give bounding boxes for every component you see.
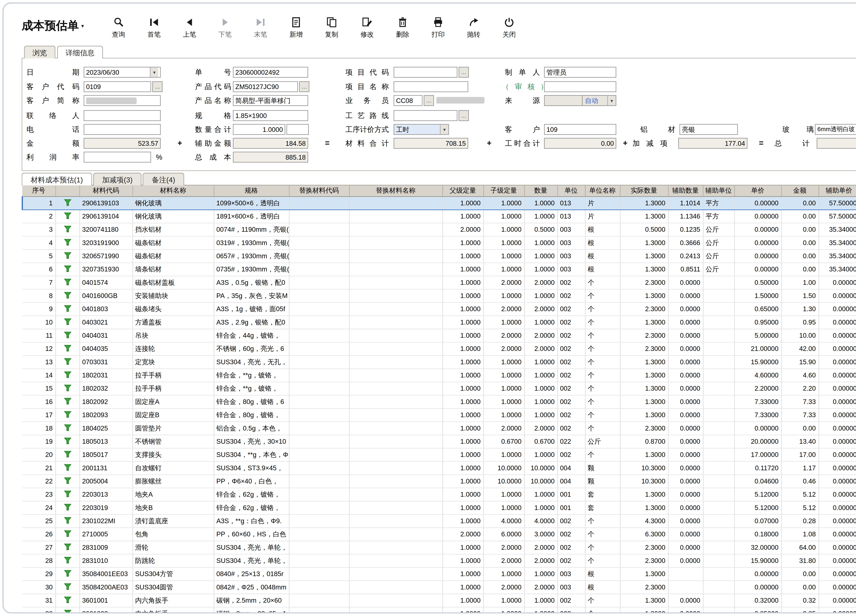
- cell: 1.3000: [620, 448, 668, 461]
- table-row[interactable]: 282831010防跳轮SUS304，亮光，单轮，1.00002.00002.0…: [22, 554, 856, 567]
- glass-field[interactable]: 6mm透明白玻，双面纳: [815, 124, 856, 135]
- table-row[interactable]: 313601001内六角扳手碳钢，2.5mm，20×601.00001.0000…: [22, 594, 856, 607]
- new-record-button[interactable]: 新增: [282, 15, 310, 39]
- column-header-5[interactable]: 替换材料代码: [289, 185, 349, 196]
- table-row[interactable]: 120404035连接轮不锈钢，60g，亮光，61.00002.00002.00…: [22, 342, 856, 355]
- qty-total-unit-field[interactable]: [286, 124, 309, 135]
- table-row[interactable]: 323601002内六角扳手碳钢，3mm，23×65，11.00001.0000…: [22, 607, 856, 614]
- column-header-17[interactable]: 辅助单价: [819, 185, 856, 196]
- table-row[interactable]: 90401803磁条堵头A3S，1g，镀铬，面05f1.00002.00002.…: [22, 302, 856, 316]
- column-header-11[interactable]: 单位名称: [585, 185, 620, 196]
- chevron-down-icon[interactable]: ▾: [81, 23, 84, 29]
- aluminum-field[interactable]: 亮银: [679, 124, 738, 135]
- table-row[interactable]: 33200741180挡水铝材0074#，1190mm，亮银(2.00001.0…: [22, 223, 856, 236]
- table-row[interactable]: 242203019地夹B锌合金，62g，镀铬，1.00001.00001.000…: [22, 501, 856, 514]
- delete-button[interactable]: 删除: [389, 15, 417, 39]
- product-code-lookup-button[interactable]: …: [299, 82, 309, 92]
- customer-field[interactable]: 109: [544, 124, 616, 135]
- column-header-14[interactable]: 辅助单位: [703, 185, 734, 196]
- column-header-3[interactable]: 材料名称: [132, 185, 214, 196]
- salesman-lookup-button[interactable]: …: [424, 95, 434, 106]
- table-row[interactable]: 12906139103钢化玻璃1099×500×6，透明白1.00001.000…: [22, 196, 856, 209]
- column-header-15[interactable]: 单价: [734, 185, 781, 196]
- column-header-10[interactable]: 单位: [557, 185, 585, 196]
- table-row[interactable]: 161802092固定座A锌合金，80g，镀铬，61.00001.00001.0…: [22, 395, 856, 408]
- customer-name-field[interactable]: [84, 95, 161, 106]
- tab-browse[interactable]: 浏览: [24, 46, 55, 59]
- column-header-6[interactable]: 替换材料名称: [349, 185, 442, 196]
- tab-adjustments[interactable]: 加减项(3): [93, 173, 142, 185]
- table-row[interactable]: 63207351930墙条铝材0735#，1930mm，亮银(1.00001.0…: [22, 263, 856, 276]
- process-route-field[interactable]: [394, 110, 457, 121]
- print-button[interactable]: 打印: [424, 15, 452, 39]
- tab-material-cost[interactable]: 材料成本预估(1): [22, 173, 92, 185]
- table-row[interactable]: 171802093固定座B锌合金，80g，镀铬，1.00001.00001.00…: [22, 408, 856, 421]
- table-row[interactable]: 110404031吊块锌合金，44g，镀铬，1.00002.00002.0000…: [22, 329, 856, 342]
- column-header-9[interactable]: 数量: [524, 185, 557, 196]
- close-button[interactable]: 关闭: [495, 15, 523, 39]
- table-row[interactable]: 181804025圆管垫片铝合金，0.5g，本色，1.00002.00002.0…: [22, 422, 856, 435]
- table-row[interactable]: 43203191900磁条铝材0319#，1930mm，亮银(1.00001.0…: [22, 236, 856, 249]
- contact-field[interactable]: [84, 110, 161, 121]
- tab-detail[interactable]: 详细信息: [57, 46, 103, 59]
- search-button[interactable]: 查询: [105, 15, 132, 39]
- salesman-field[interactable]: CC08: [394, 95, 422, 106]
- table-row[interactable]: 70401574磁条铝材盖板A3S，0.5g，银铬，配01.00002.0000…: [22, 276, 856, 289]
- order-no-field[interactable]: 230600002492: [233, 67, 308, 78]
- table-row[interactable]: 53206571990磁条铝材0657#，1930mm，亮银(1.00001.0…: [22, 249, 856, 262]
- table-row[interactable]: 252301022MI渍钉盖底座A3S，**g：白色，Φ9.1.00004.00…: [22, 514, 856, 527]
- creator-field[interactable]: 管理员: [544, 67, 616, 78]
- prev-record-button[interactable]: 上笔: [176, 15, 203, 39]
- qty-total-field[interactable]: 1.0000: [233, 124, 285, 135]
- column-header-4[interactable]: 规格: [214, 185, 289, 196]
- customer-code-field[interactable]: 0109: [84, 82, 151, 92]
- column-header-12[interactable]: 实际数量: [620, 185, 668, 196]
- column-header-13[interactable]: 辅助数量: [668, 185, 703, 196]
- table-row[interactable]: 222005004膨胀螺丝PP，Φ6×40，白色，1.000010.000010…: [22, 474, 856, 488]
- chevron-down-icon[interactable]: ▼: [607, 96, 616, 105]
- copy-button[interactable]: 复制: [318, 15, 345, 39]
- column-header-1[interactable]: [55, 185, 79, 196]
- table-row[interactable]: 80401600GB安装辅助块PA，35g，灰色，安装M1.00001.0000…: [22, 289, 856, 302]
- table-row[interactable]: 2935084001EE03SUS304方管0840#，25×13，0185r1…: [22, 567, 856, 581]
- table-row[interactable]: 232203013地夹A锌合金，62g，镀铬，1.00001.00001.000…: [22, 488, 856, 501]
- column-header-2[interactable]: 材料代码: [79, 185, 132, 196]
- cell: 0.1235: [668, 223, 703, 236]
- table-row[interactable]: 272831009滑轮SUS304，亮光，单轮，1.00002.00002.00…: [22, 541, 856, 554]
- table-row[interactable]: 201805017支撑接头SUS304，**g，本色，Φ1.00001.0000…: [22, 448, 856, 461]
- profit-rate-field[interactable]: [84, 152, 151, 163]
- phone-field[interactable]: [84, 124, 161, 135]
- project-code-lookup-button[interactable]: …: [459, 67, 469, 78]
- customer-code-lookup-button[interactable]: …: [152, 82, 162, 92]
- table-row[interactable]: 151802032拉手手柄锌合金，**g，镀铬，1.00001.00001.00…: [22, 382, 856, 395]
- source-combo[interactable]: 自动▼: [582, 95, 616, 106]
- table-row[interactable]: 130703031定宽块SUS304，亮光，无孔，1.00001.00001.0…: [22, 355, 856, 368]
- table-row[interactable]: 100403021方通盖板A3S，2.9g，银铬，配01.00001.00001…: [22, 316, 856, 329]
- process-route-lookup-button[interactable]: …: [459, 110, 469, 121]
- first-record-button[interactable]: 首笔: [140, 15, 168, 39]
- edit-button[interactable]: 修改: [353, 15, 381, 39]
- table-row[interactable]: 141802031拉手手柄锌合金，**g，镀铬，1.00001.00001.00…: [22, 368, 856, 382]
- table-row[interactable]: 262710005包角PP，60×60，HS，白色2.00006.00003.0…: [22, 527, 856, 541]
- new-record-icon: [290, 15, 302, 29]
- column-header-8[interactable]: 子级定量: [483, 185, 524, 196]
- column-header-16[interactable]: 金额: [781, 185, 819, 196]
- tab-notes[interactable]: 备注(4): [143, 173, 184, 185]
- date-field[interactable]: 2023/06/30▼: [84, 67, 161, 78]
- audit-field[interactable]: [544, 82, 616, 92]
- table-row[interactable]: 22906139104钢化玻璃1891×600×6，透明白1.00001.000…: [22, 209, 856, 223]
- column-header-7[interactable]: 父级定量: [442, 185, 483, 196]
- project-name-field[interactable]: [394, 82, 468, 92]
- chevron-down-icon[interactable]: ▼: [150, 68, 159, 77]
- spec-field[interactable]: 1.85×1900: [233, 110, 308, 121]
- project-code-field[interactable]: [394, 67, 457, 78]
- pricing-method-field[interactable]: 工时▼: [394, 124, 449, 135]
- product-name-field[interactable]: 简易型-平面单移门: [233, 95, 308, 106]
- table-row[interactable]: 3035084200AE03SUS304圆管0842#，Φ25，0048mm1.…: [22, 581, 856, 594]
- transfer-button[interactable]: 抛转: [460, 15, 488, 39]
- column-header-0[interactable]: 序号: [22, 185, 55, 196]
- chevron-down-icon[interactable]: ▼: [440, 125, 448, 134]
- product-code-field[interactable]: ZM50127JC90: [233, 82, 298, 92]
- table-row[interactable]: 212001131自攻螺钉SUS304，ST3.9×45，1.000010.00…: [22, 461, 856, 474]
- table-row[interactable]: 191805013不锈钢管SUS304，亮光，30×101.00000.6700…: [22, 435, 856, 448]
